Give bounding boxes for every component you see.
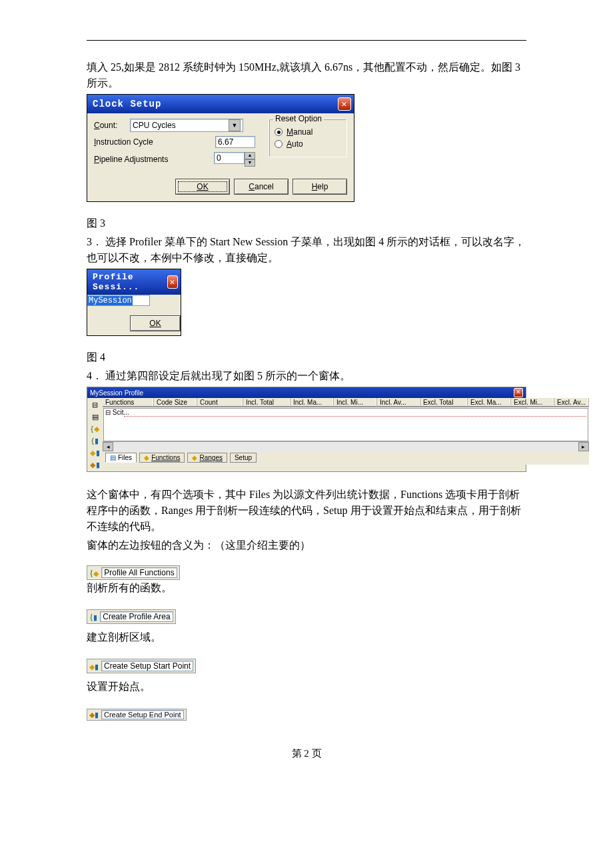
body-text: 建立剖析区域。 xyxy=(87,629,526,645)
close-icon[interactable]: ✕ xyxy=(167,275,178,289)
chevron-down-icon[interactable]: ▼ xyxy=(229,119,241,131)
pipeline-spinner[interactable]: 0 ▲ ▼ xyxy=(214,152,255,167)
col-functions[interactable]: Functions xyxy=(103,398,154,407)
tab-ranges[interactable]: ◆Ranges xyxy=(187,453,227,463)
body-text: 窗体的左边按钮的含义为：（这里介绍主要的） xyxy=(87,537,526,553)
create-end-point-icon[interactable]: ◆▮ xyxy=(89,459,101,470)
ok-button[interactable]: OK xyxy=(130,315,181,331)
tree-guide xyxy=(124,416,586,417)
profile-all-functions-icon: {◆ xyxy=(89,567,99,579)
figure-caption: 图 4 xyxy=(87,349,526,365)
tab-files[interactable]: ▤Files xyxy=(105,453,137,463)
dialog-titlebar[interactable]: Clock Setup ✕ xyxy=(87,95,354,113)
tab-functions[interactable]: ◆Functions xyxy=(139,453,185,463)
profile-title: MySession Profile xyxy=(90,389,143,397)
tab-setup[interactable]: Setup xyxy=(230,453,257,463)
dialog-title: Clock Setup xyxy=(93,99,161,109)
create-start-point-icon[interactable]: ◆▮ xyxy=(89,447,101,458)
pipeline-value[interactable]: 0 xyxy=(214,152,245,164)
pipeline-label: Pipeline Adjustments xyxy=(94,155,168,164)
col-excl-max[interactable]: Excl. Ma... xyxy=(468,398,511,407)
page-footer: 第 2 页 xyxy=(87,747,526,760)
instruction-cycle-input[interactable]: 6.67 xyxy=(215,136,255,148)
col-excl-avg[interactable]: Excl. Av... xyxy=(554,398,589,407)
col-incl-avg[interactable]: Incl. Av... xyxy=(377,398,420,407)
create-start-point-button[interactable]: ◆▮ Create Setup Start Point xyxy=(87,659,196,673)
create-end-point-icon: ◆▮ xyxy=(89,711,99,719)
col-excl-min[interactable]: Excl. Mi... xyxy=(511,398,554,407)
profile-titlebar[interactable]: MySession Profile ✕ xyxy=(87,387,526,398)
create-start-point-icon: ◆▮ xyxy=(89,660,99,672)
horizontal-scrollbar[interactable]: ◂ ▸ xyxy=(103,441,589,451)
create-profile-area-button[interactable]: {▮ Create Profile Area xyxy=(87,609,176,624)
tooltip-label: Create Setup Start Point xyxy=(101,661,193,671)
ok-button[interactable]: OK xyxy=(175,179,230,195)
table-row[interactable]: ⊟ Scit... xyxy=(104,409,588,416)
col-excl-total[interactable]: Excl. Total xyxy=(420,398,468,407)
create-profile-area-icon: {▮ xyxy=(89,611,97,623)
close-icon[interactable]: ✕ xyxy=(338,97,351,111)
body-text: 设置开始点。 xyxy=(87,679,526,695)
col-codesize[interactable]: Code Size xyxy=(154,398,197,407)
profile-all-functions-icon[interactable]: {◆ xyxy=(89,423,101,434)
profile-side-toolbar: ⊟ ▤ {◆ {▮ ◆▮ ◆▮ xyxy=(87,398,103,471)
body-text: 3． 选择 Profiler 菜单下的 Start New Session 子菜… xyxy=(87,234,526,266)
count-value: CPU Cycles xyxy=(133,121,176,130)
session-name-input[interactable]: MySession xyxy=(87,295,150,306)
dialog-titlebar[interactable]: Profile Sessi... ✕ xyxy=(87,269,181,295)
horizontal-rule xyxy=(87,40,526,41)
auto-radio[interactable]: Auto xyxy=(275,139,341,149)
spinner-down-icon[interactable]: ▼ xyxy=(245,159,255,167)
body-text: 这个窗体中，有四个选项卡，其中 Files 为以源文件列出统计数据，Functi… xyxy=(87,487,526,535)
clock-setup-dialog: Clock Setup ✕ Count: CPU Cycles ▼ Instru… xyxy=(87,94,354,202)
count-combobox[interactable]: CPU Cycles ▼ xyxy=(130,119,243,132)
expand-icon[interactable]: ⊟ xyxy=(89,399,101,410)
profile-window: MySession Profile ✕ ⊟ ▤ {◆ {▮ ◆▮ ◆▮ Func… xyxy=(87,387,526,472)
instruction-cycle-label: Instruction Cycle xyxy=(94,137,153,147)
count-label: Count: xyxy=(94,121,126,130)
create-profile-area-icon[interactable]: {▮ xyxy=(89,435,101,446)
list-icon[interactable]: ▤ xyxy=(89,411,101,422)
reset-option-legend: Reset Option xyxy=(273,114,324,123)
help-button[interactable]: Help xyxy=(293,179,347,195)
profile-session-dialog: Profile Sessi... ✕ MySession OK xyxy=(87,269,181,336)
cancel-button[interactable]: Cancel xyxy=(234,179,289,195)
col-incl-total[interactable]: Incl. Total xyxy=(243,398,291,407)
dialog-title: Profile Sessi... xyxy=(93,272,167,292)
close-icon[interactable]: ✕ xyxy=(514,388,523,397)
session-name-value: MySession xyxy=(88,296,133,305)
tooltip-label: Profile All Functions xyxy=(101,567,177,578)
manual-radio[interactable]: Manual xyxy=(275,127,341,137)
profile-all-functions-button[interactable]: {◆ Profile All Functions xyxy=(87,565,180,580)
body-text: 4． 通过第四部设定后就出现了如图 5 所示的一个窗体。 xyxy=(87,368,526,384)
radio-icon xyxy=(275,140,283,148)
scroll-left-icon[interactable]: ◂ xyxy=(103,442,113,451)
profile-tabs: ▤Files ◆Functions ◆Ranges Setup xyxy=(103,451,589,465)
profile-rows[interactable]: ⊟ Scit... xyxy=(103,408,588,441)
col-incl-min[interactable]: Incl. Mi... xyxy=(334,398,377,407)
create-end-point-button[interactable]: ◆▮ Create Setup End Point xyxy=(87,709,187,721)
spinner-up-icon[interactable]: ▲ xyxy=(245,152,255,159)
col-count[interactable]: Count xyxy=(197,398,243,407)
body-text: 填入 25,如果是 2812 系统时钟为 150MHz,就该填入 6.67ns，… xyxy=(87,59,526,91)
col-incl-max[interactable]: Incl. Ma... xyxy=(291,398,334,407)
figure-caption: 图 3 xyxy=(87,215,526,231)
tooltip-label: Create Profile Area xyxy=(100,611,173,622)
profile-columns-header: Functions Code Size Count Incl. Total In… xyxy=(103,398,589,407)
manual-label: Manual xyxy=(287,127,312,137)
scroll-right-icon[interactable]: ▸ xyxy=(578,442,589,451)
radio-icon xyxy=(275,128,283,136)
tooltip-label: Create Setup End Point xyxy=(101,710,184,719)
auto-label: Auto xyxy=(287,139,303,149)
reset-option-group: Reset Option Manual Auto xyxy=(269,119,347,157)
body-text: 剖析所有的函数。 xyxy=(87,580,526,596)
